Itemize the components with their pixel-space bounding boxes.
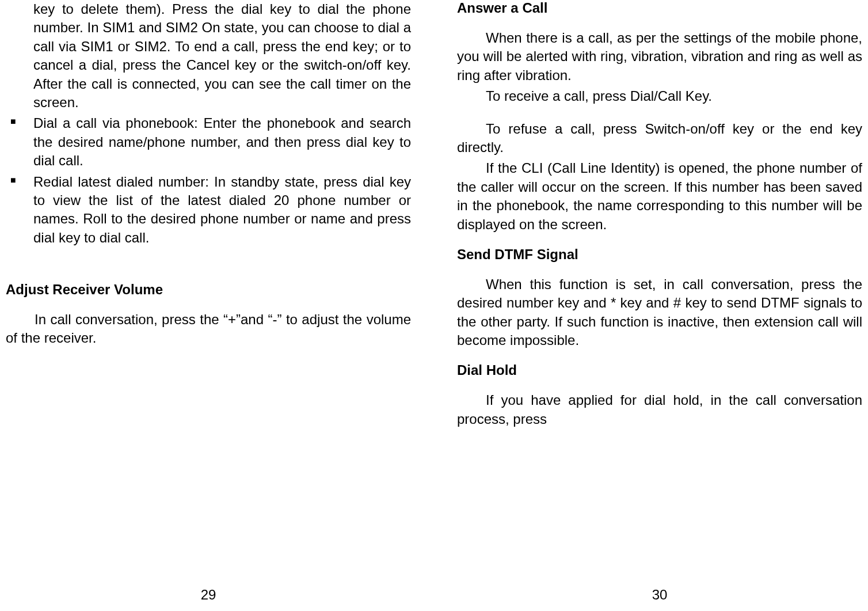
- spacer: [457, 108, 862, 120]
- paragraph: To refuse a call, press Switch-on/off ke…: [457, 120, 862, 157]
- page-left: key to delete them). Press the dial key …: [0, 0, 434, 611]
- section-heading-answer-a-call: Answer a Call: [457, 0, 862, 16]
- list-item: Dial a call via phonebook: Enter the pho…: [6, 114, 411, 170]
- section-heading-send-dtmf-signal: Send DTMF Signal: [457, 246, 862, 263]
- page-right: Answer a Call When there is a call, as p…: [434, 0, 868, 611]
- paragraph: To receive a call, press Dial/Call Key.: [457, 87, 862, 105]
- list-item: Redial latest dialed number: In standby …: [6, 173, 411, 248]
- section-heading-dial-hold: Dial Hold: [457, 362, 862, 378]
- continued-paragraph: key to delete them). Press the dial key …: [6, 0, 411, 112]
- paragraph: When this function is set, in call conve…: [457, 275, 862, 350]
- paragraph: When there is a call, as per the setting…: [457, 29, 862, 85]
- section-heading-adjust-receiver-volume: Adjust Receiver Volume: [6, 282, 411, 298]
- page-number-right: 30: [457, 587, 862, 611]
- paragraph: If the CLI (Call Line Identity) is opene…: [457, 159, 862, 234]
- paragraph: In call conversation, press the “+”and “…: [6, 310, 411, 348]
- paragraph: If you have applied for dial hold, in th…: [457, 391, 862, 428]
- bullet-list: Dial a call via phonebook: Enter the pho…: [6, 114, 411, 247]
- page-number-left: 29: [6, 587, 411, 611]
- page-right-content: Answer a Call When there is a call, as p…: [457, 0, 862, 587]
- page-left-content: key to delete them). Press the dial key …: [6, 0, 411, 587]
